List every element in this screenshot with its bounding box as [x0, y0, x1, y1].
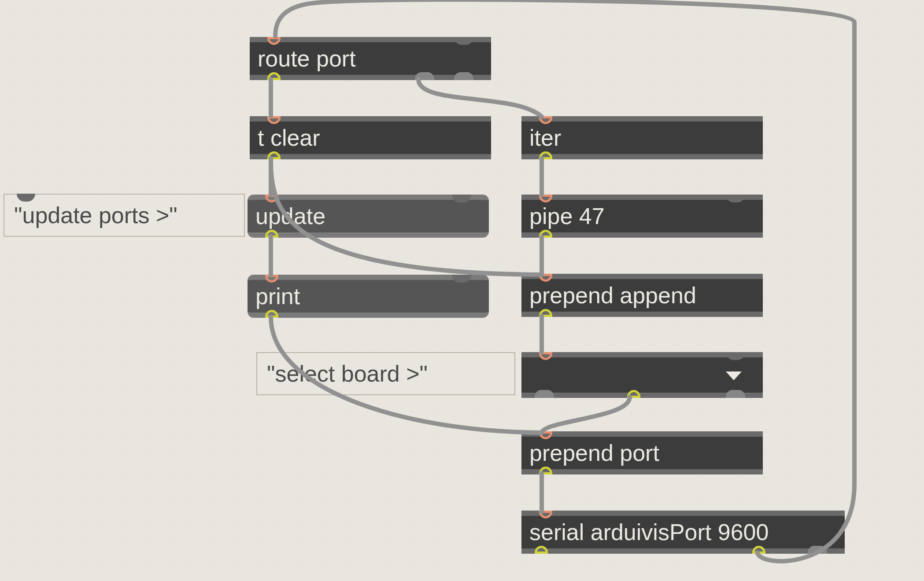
- patcher-canvas[interactable]: "update ports >" "select board >" route …: [0, 0, 924, 581]
- inlet-icon: [539, 274, 552, 282]
- inlet-icon: [539, 195, 552, 202]
- outlet-icon: [265, 310, 278, 318]
- inlet-icon: [267, 116, 281, 124]
- object-prepend-port[interactable]: prepend port: [521, 431, 763, 474]
- message-update[interactable]: update: [248, 195, 489, 238]
- inlet-icon: [539, 116, 552, 124]
- comment-text: "update ports >": [14, 202, 177, 228]
- object-text: prepend port: [529, 440, 659, 466]
- inlet-icon: [265, 275, 278, 283]
- outlet-icon: [539, 230, 552, 238]
- inlet-icon: [452, 275, 471, 283]
- object-iter[interactable]: iter: [521, 116, 763, 159]
- message-text: update: [255, 203, 325, 229]
- inlet-icon: [17, 194, 35, 202]
- inlet-icon: [539, 431, 552, 439]
- outlet-icon: [752, 546, 765, 554]
- outlet-icon: [267, 72, 281, 80]
- object-text: serial arduivisPort 9600: [529, 519, 769, 545]
- inlet-icon: [265, 195, 278, 202]
- outlet-icon: [726, 390, 745, 398]
- inlet-icon: [454, 37, 473, 45]
- object-text: prepend append: [529, 282, 696, 309]
- inlet-icon: [267, 37, 281, 45]
- inlet-icon: [726, 352, 745, 360]
- object-text: pipe 47: [529, 203, 605, 229]
- comment-update-ports: "update ports >": [4, 194, 245, 237]
- inlet-icon: [726, 195, 745, 202]
- message-text: print: [255, 283, 300, 309]
- umenu-board-selector[interactable]: [521, 352, 763, 398]
- outlet-icon: [267, 151, 281, 159]
- inlet-icon: [452, 195, 471, 202]
- outlet-icon: [808, 546, 827, 554]
- outlet-icon: [535, 390, 554, 398]
- object-pipe[interactable]: pipe 47: [521, 195, 763, 238]
- message-print[interactable]: print: [248, 275, 489, 318]
- object-t-clear[interactable]: t clear: [250, 116, 491, 159]
- comment-text: "select board >": [267, 360, 428, 387]
- outlet-icon: [539, 309, 552, 317]
- inlet-icon: [539, 511, 552, 518]
- comment-select-board: "select board >": [256, 352, 515, 395]
- outlet-icon: [265, 230, 278, 238]
- outlet-icon: [539, 151, 552, 159]
- outlet-icon: [627, 390, 640, 398]
- object-serial[interactable]: serial arduivisPort 9600: [521, 511, 845, 554]
- object-text: iter: [529, 125, 561, 151]
- object-text: t clear: [258, 125, 320, 151]
- inlet-icon: [539, 352, 552, 360]
- outlet-icon: [535, 546, 548, 554]
- outlet-icon: [539, 467, 552, 474]
- chevron-down-icon: [726, 371, 742, 380]
- outlet-icon: [415, 72, 434, 80]
- object-route-port[interactable]: route port: [250, 37, 491, 80]
- outlet-icon: [454, 72, 473, 80]
- object-prepend-append[interactable]: prepend append: [521, 274, 763, 317]
- object-text: route port: [258, 45, 356, 72]
